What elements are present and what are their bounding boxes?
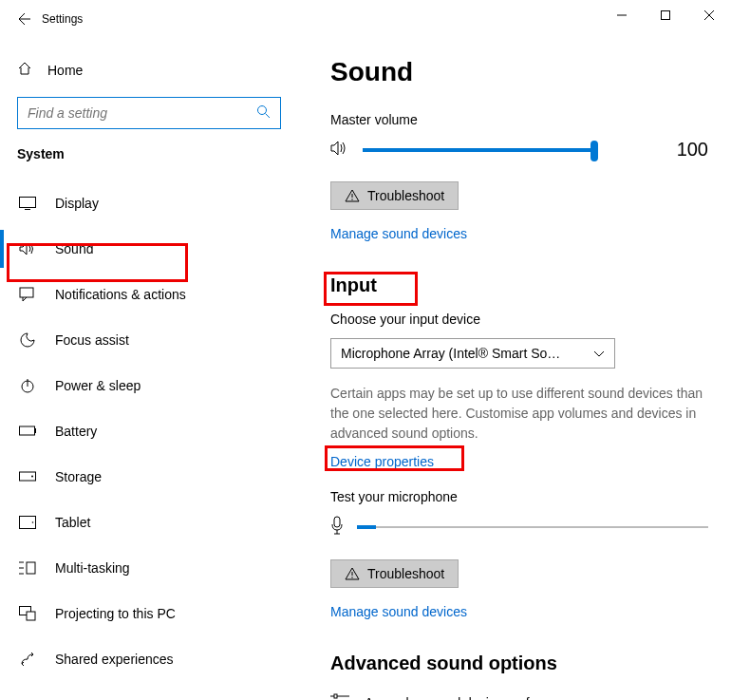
multitasking-icon bbox=[19, 560, 36, 576]
shared-icon bbox=[19, 652, 36, 667]
sidebar-item-focus-assist[interactable]: Focus assist bbox=[17, 317, 296, 363]
sidebar-item-label: Multi-tasking bbox=[55, 560, 130, 576]
sidebar-item-notifications[interactable]: Notifications & actions bbox=[17, 272, 296, 317]
troubleshoot-label: Troubleshoot bbox=[367, 566, 444, 581]
sidebar-item-storage[interactable]: Storage bbox=[17, 454, 296, 500]
notifications-icon bbox=[19, 287, 36, 302]
projecting-icon bbox=[19, 606, 36, 621]
volume-value: 100 bbox=[661, 139, 708, 161]
manage-input-link[interactable]: Manage sound devices bbox=[330, 604, 467, 619]
close-button[interactable] bbox=[687, 0, 731, 30]
test-mic-label: Test your microphone bbox=[330, 489, 708, 504]
category-heading: System bbox=[17, 146, 296, 161]
storage-icon bbox=[19, 470, 36, 483]
display-icon bbox=[19, 197, 36, 210]
search-icon bbox=[256, 104, 271, 123]
svg-rect-22 bbox=[27, 612, 35, 620]
troubleshoot-output-button[interactable]: Troubleshoot bbox=[330, 181, 459, 210]
back-button[interactable] bbox=[15, 11, 42, 27]
svg-point-27 bbox=[351, 577, 352, 577]
svg-rect-1 bbox=[662, 11, 670, 20]
svg-line-5 bbox=[266, 113, 271, 118]
svg-rect-8 bbox=[20, 288, 33, 297]
troubleshoot-label: Troubleshoot bbox=[367, 188, 444, 203]
manage-output-link[interactable]: Manage sound devices bbox=[330, 226, 467, 241]
home-icon bbox=[17, 61, 32, 80]
advanced-heading: Advanced sound options bbox=[330, 653, 708, 674]
battery-icon bbox=[19, 426, 36, 437]
troubleshoot-input-button[interactable]: Troubleshoot bbox=[330, 559, 459, 588]
back-arrow-icon bbox=[15, 11, 30, 27]
speaker-icon bbox=[330, 140, 349, 161]
sidebar-item-label: Focus assist bbox=[55, 332, 129, 348]
sidebar-item-label: Notifications & actions bbox=[55, 287, 186, 302]
app-volume-row[interactable]: App volume and device preferences bbox=[330, 693, 708, 700]
master-volume-label: Master volume bbox=[330, 112, 708, 127]
chevron-down-icon bbox=[593, 346, 605, 361]
mic-level-meter bbox=[357, 526, 708, 528]
app-volume-label: App volume and device preferences bbox=[365, 695, 576, 700]
warning-icon bbox=[345, 567, 360, 580]
focus-icon bbox=[19, 331, 36, 349]
volume-slider[interactable] bbox=[363, 149, 594, 151]
search-input[interactable] bbox=[28, 105, 256, 121]
sidebar-item-shared[interactable]: Shared experiences bbox=[17, 636, 296, 682]
page-title: Sound bbox=[330, 57, 708, 87]
svg-rect-11 bbox=[20, 426, 35, 435]
sidebar-item-label: Storage bbox=[55, 469, 102, 484]
svg-rect-25 bbox=[334, 517, 340, 527]
sidebar-item-battery[interactable]: Battery bbox=[17, 408, 296, 454]
sidebar-item-label: Battery bbox=[55, 424, 97, 439]
svg-point-14 bbox=[31, 476, 33, 478]
sidebar-item-label: Display bbox=[55, 196, 99, 211]
home-nav[interactable]: Home bbox=[17, 49, 296, 91]
svg-point-16 bbox=[32, 521, 34, 523]
svg-rect-6 bbox=[20, 198, 36, 208]
microphone-icon bbox=[330, 516, 344, 539]
input-heading: Input bbox=[330, 274, 708, 296]
sidebar-item-label: Power & sleep bbox=[55, 378, 141, 393]
sidebar-item-label: Projecting to this PC bbox=[55, 606, 176, 621]
warning-icon bbox=[345, 189, 360, 202]
sidebar-item-display[interactable]: Display bbox=[17, 180, 296, 226]
window-title: Settings bbox=[42, 12, 83, 26]
sidebar-item-projecting[interactable]: Projecting to this PC bbox=[17, 591, 296, 636]
device-properties-link[interactable]: Device properties bbox=[330, 454, 434, 469]
sidebar-item-power[interactable]: Power & sleep bbox=[17, 363, 296, 408]
svg-rect-29 bbox=[334, 694, 337, 698]
choose-input-label: Choose your input device bbox=[330, 312, 708, 327]
sound-icon bbox=[19, 241, 36, 256]
svg-point-4 bbox=[258, 105, 267, 114]
sidebar-item-label: Tablet bbox=[55, 515, 90, 530]
sidebar-item-multitasking[interactable]: Multi-tasking bbox=[17, 545, 296, 591]
power-icon bbox=[19, 377, 36, 394]
home-label: Home bbox=[47, 63, 83, 78]
sidebar-item-tablet[interactable]: Tablet bbox=[17, 500, 296, 545]
sidebar: Home System Display Sound Notifications … bbox=[0, 38, 304, 700]
input-device-value: Microphone Array (Intel® Smart So… bbox=[341, 346, 560, 361]
sliders-icon bbox=[330, 693, 349, 700]
maximize-button[interactable] bbox=[644, 0, 687, 30]
content-area: Sound Master volume 100 Troubleshoot Man… bbox=[304, 38, 731, 700]
input-device-dropdown[interactable]: Microphone Array (Intel® Smart So… bbox=[330, 338, 615, 369]
svg-point-24 bbox=[351, 199, 352, 199]
tablet-icon bbox=[19, 516, 36, 529]
input-help-text: Certain apps may be set up to use differ… bbox=[330, 384, 708, 444]
svg-rect-20 bbox=[27, 562, 35, 574]
svg-rect-12 bbox=[35, 428, 36, 433]
minimize-button[interactable] bbox=[600, 0, 644, 30]
search-box[interactable] bbox=[17, 97, 281, 129]
sidebar-item-label: Sound bbox=[55, 241, 93, 256]
sidebar-item-label: Shared experiences bbox=[55, 652, 174, 667]
sidebar-item-sound[interactable]: Sound bbox=[17, 226, 296, 272]
